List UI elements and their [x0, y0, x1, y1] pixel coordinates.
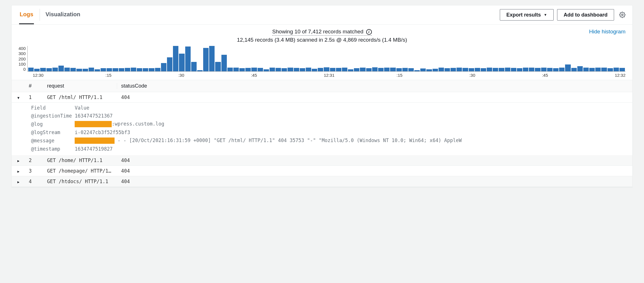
- expand-toggle[interactable]: [17, 94, 29, 100]
- histogram-bar[interactable]: [221, 55, 227, 71]
- expand-toggle[interactable]: [17, 179, 29, 184]
- histogram-bar[interactable]: [52, 68, 58, 71]
- histogram-bar[interactable]: [312, 69, 317, 71]
- histogram-bar[interactable]: [294, 68, 299, 71]
- histogram-bar[interactable]: [469, 68, 474, 71]
- col-number[interactable]: #: [29, 83, 46, 89]
- histogram-bar[interactable]: [245, 68, 251, 71]
- table-row[interactable]: 2 GET /home/ HTTP/1.1 404: [12, 155, 632, 166]
- expand-toggle[interactable]: [17, 168, 29, 174]
- histogram-bar[interactable]: [137, 68, 142, 71]
- histogram-bar[interactable]: [614, 68, 619, 71]
- histogram-bar[interactable]: [372, 67, 378, 71]
- histogram-bar[interactable]: [360, 68, 365, 71]
- histogram-bar[interactable]: [40, 68, 46, 71]
- histogram-bar[interactable]: [378, 68, 384, 71]
- histogram-bar[interactable]: [191, 62, 197, 71]
- histogram-bar[interactable]: [306, 68, 311, 71]
- histogram-bar[interactable]: [348, 69, 353, 71]
- histogram-bar[interactable]: [577, 66, 583, 71]
- histogram-bar[interactable]: [167, 57, 172, 71]
- histogram-bar[interactable]: [215, 62, 221, 71]
- gear-icon[interactable]: [619, 12, 625, 18]
- histogram-bar[interactable]: [565, 64, 570, 71]
- histogram-bar[interactable]: [89, 68, 94, 71]
- histogram-bar[interactable]: [131, 68, 136, 71]
- histogram-bar[interactable]: [264, 69, 269, 71]
- histogram-bar[interactable]: [553, 68, 559, 71]
- histogram-bar[interactable]: [300, 68, 305, 71]
- histogram-bar[interactable]: [203, 48, 209, 71]
- histogram-bar[interactable]: [595, 68, 601, 71]
- histogram-bar[interactable]: [402, 68, 408, 71]
- histogram-bar[interactable]: [282, 68, 287, 71]
- histogram-bar[interactable]: [529, 68, 534, 71]
- histogram-bar[interactable]: [270, 68, 275, 71]
- histogram-bar[interactable]: [390, 68, 396, 71]
- info-icon[interactable]: i: [366, 29, 372, 35]
- histogram-bar[interactable]: [541, 68, 547, 71]
- add-to-dashboard-button[interactable]: Add to dashboard: [557, 9, 614, 21]
- histogram-bar[interactable]: [426, 69, 432, 71]
- histogram-bar[interactable]: [95, 69, 100, 71]
- histogram-bar[interactable]: [288, 68, 293, 71]
- expand-toggle[interactable]: [17, 157, 29, 163]
- histogram-bar[interactable]: [83, 69, 88, 71]
- histogram-bar[interactable]: [149, 68, 154, 71]
- histogram-bar[interactable]: [155, 68, 160, 71]
- histogram-bar[interactable]: [179, 54, 184, 71]
- histogram-bar[interactable]: [336, 68, 341, 71]
- histogram-bar[interactable]: [583, 68, 589, 71]
- histogram-bar[interactable]: [70, 68, 76, 71]
- histogram-bar[interactable]: [354, 68, 359, 71]
- histogram-bar[interactable]: [475, 68, 480, 71]
- histogram-bar[interactable]: [227, 68, 233, 71]
- histogram-plot[interactable]: [27, 46, 625, 72]
- histogram-bar[interactable]: [239, 68, 245, 71]
- histogram-bar[interactable]: [113, 68, 118, 71]
- histogram-bar[interactable]: [276, 68, 281, 71]
- histogram-bar[interactable]: [185, 47, 191, 71]
- histogram-bar[interactable]: [318, 68, 323, 71]
- histogram-bar[interactable]: [619, 68, 625, 71]
- histogram-bar[interactable]: [547, 68, 553, 71]
- histogram-bar[interactable]: [601, 68, 607, 71]
- histogram-bar[interactable]: [58, 66, 64, 71]
- histogram-bar[interactable]: [34, 69, 40, 71]
- histogram-bar[interactable]: [481, 68, 486, 71]
- histogram-bar[interactable]: [342, 68, 347, 71]
- histogram-bar[interactable]: [505, 68, 510, 71]
- histogram-bar[interactable]: [396, 68, 402, 71]
- col-request[interactable]: request: [46, 83, 117, 89]
- histogram-bar[interactable]: [233, 68, 239, 71]
- histogram-bar[interactable]: [46, 68, 52, 71]
- histogram-bar[interactable]: [330, 68, 335, 71]
- histogram-bar[interactable]: [445, 68, 450, 71]
- histogram-bar[interactable]: [384, 68, 390, 71]
- histogram-bar[interactable]: [251, 68, 257, 71]
- histogram-bar[interactable]: [499, 68, 504, 71]
- histogram-bar[interactable]: [535, 68, 540, 71]
- table-row[interactable]: 1 GET /html/ HTTP/1.1 404: [12, 92, 632, 103]
- histogram-bar[interactable]: [209, 46, 215, 71]
- export-results-button[interactable]: Export results ▼: [500, 9, 554, 21]
- histogram-bar[interactable]: [408, 68, 414, 71]
- histogram-bar[interactable]: [125, 68, 130, 71]
- histogram-bar[interactable]: [28, 68, 34, 71]
- histogram-bar[interactable]: [414, 70, 420, 71]
- histogram-bar[interactable]: [119, 68, 124, 71]
- histogram-bar[interactable]: [451, 68, 456, 71]
- histogram-bar[interactable]: [589, 68, 595, 71]
- col-status[interactable]: statusCode: [117, 83, 147, 89]
- hide-histogram-link[interactable]: Hide histogram: [589, 29, 625, 35]
- histogram-bar[interactable]: [107, 68, 112, 71]
- histogram-bar[interactable]: [64, 68, 70, 71]
- histogram-bar[interactable]: [511, 68, 516, 71]
- histogram-bar[interactable]: [517, 68, 522, 71]
- tab-visualization[interactable]: Visualization: [45, 5, 81, 24]
- histogram-bar[interactable]: [258, 68, 263, 71]
- histogram-bar[interactable]: [101, 68, 106, 71]
- tab-logs[interactable]: Logs: [19, 5, 34, 24]
- histogram-bar[interactable]: [559, 68, 564, 71]
- histogram-bar[interactable]: [143, 68, 148, 71]
